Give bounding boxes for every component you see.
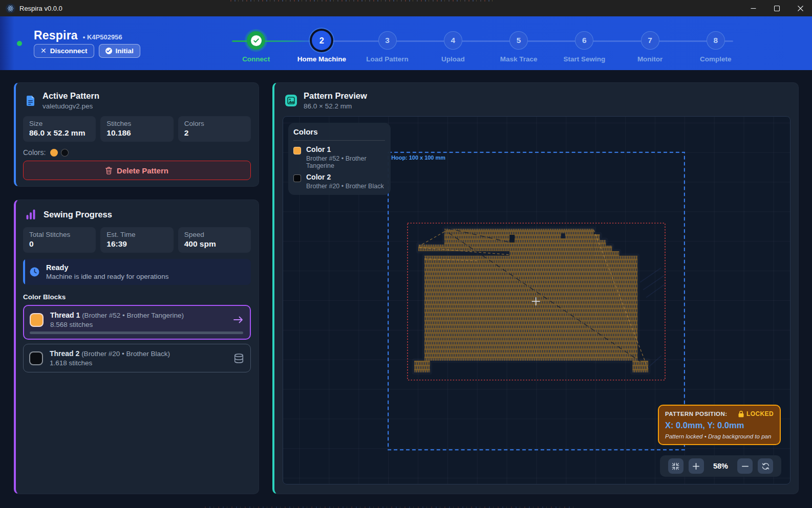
thread-1-name: Thread 1	[50, 311, 80, 319]
thread-2-block[interactable]: Thread 2 (Brother #20 • Brother Black) 1…	[23, 344, 251, 372]
step-circle: 4	[444, 31, 462, 50]
thread-1-progress-bar	[30, 332, 243, 334]
check-circle-icon	[105, 48, 112, 54]
arrow-right-icon	[233, 316, 243, 323]
stat-stitches: Stitches 10.186	[100, 116, 173, 142]
sewing-progress-title: Sewing Progress	[44, 210, 112, 219]
initial-button-label: Initial	[116, 47, 134, 55]
machine-status-description: Machine is idle and ready for operations	[46, 273, 168, 280]
legend-divider	[293, 140, 385, 141]
legend-entry-color-1: Color 1 Brother #52 • Brother Tangerine	[293, 146, 385, 169]
zoom-in-button[interactable]	[689, 458, 704, 474]
app-header: Respira • K4P502956 ✕ Disconnect Initial	[0, 16, 812, 70]
minus-icon	[742, 463, 749, 470]
initial-button[interactable]: Initial	[99, 44, 140, 58]
step-circle: 7	[641, 31, 659, 50]
stat-size: Size 86.0 x 52.2 mm	[23, 116, 96, 142]
image-icon	[285, 95, 297, 106]
machine-serial: • K4P502956	[83, 33, 122, 41]
step-label: Upload	[441, 55, 465, 63]
step-circle: 2	[312, 31, 331, 50]
disconnect-button[interactable]: ✕ Disconnect	[34, 44, 94, 58]
step-mask-trace[interactable]: 5 Mask Trace	[486, 16, 551, 63]
pattern-preview-title: Pattern Preview	[304, 91, 367, 101]
pattern-canvas[interactable]: Hoop: 100 x 100 mm Colors Color 1 Brothe…	[283, 116, 790, 484]
step-label: Monitor	[637, 55, 663, 63]
close-icon	[798, 6, 803, 11]
stat-colors: Colors 2	[178, 116, 251, 142]
close-button[interactable]	[788, 0, 812, 16]
titlebar: Respira v0.0.0	[0, 0, 812, 16]
step-circle: 8	[707, 31, 725, 50]
step-label: Connect	[242, 55, 270, 63]
background-app-sliver-top	[230, 0, 494, 2]
step-complete[interactable]: 8 Complete	[683, 16, 749, 63]
pattern-coordinates: X: 0.0mm, Y: 0.0mm	[665, 421, 774, 430]
thread-1-detail: (Brother #52 • Brother Tangerine)	[82, 312, 184, 319]
zoom-level: 58%	[713, 462, 728, 470]
maximize-button[interactable]	[765, 0, 788, 16]
legend-title: Colors	[293, 128, 385, 136]
active-pattern-card: Active Pattern valetudogv2.pes Size 86.0…	[14, 82, 259, 187]
step-circle: 6	[575, 31, 593, 50]
stepper: Connect 2 Home Machine 3 Load Pattern 4 …	[223, 16, 749, 70]
color-swatch-black	[61, 149, 69, 157]
legend-swatch-black	[293, 174, 301, 182]
step-connect[interactable]: Connect	[223, 16, 289, 63]
step-start-sewing[interactable]: 6 Start Sewing	[551, 16, 617, 63]
sewing-progress-card: Sewing Progress Total Stitches 0 Est. Ti…	[14, 200, 259, 494]
chart-bars-icon	[26, 209, 36, 220]
colors-legend: Colors Color 1 Brother #52 • Brother Tan…	[288, 123, 391, 195]
stat-total-stitches: Total Stitches 0	[23, 227, 96, 253]
fit-screen-button[interactable]	[668, 458, 683, 474]
delete-pattern-button[interactable]: Delete Pattern	[23, 161, 251, 180]
pattern-position-label: PATTERN POSITION:	[665, 411, 727, 417]
minimize-button[interactable]	[741, 0, 765, 16]
machine-status-banner: Ready Machine is idle and ready for oper…	[23, 259, 251, 285]
maximize-icon	[774, 6, 780, 11]
zoom-toolbar: 58%	[660, 455, 781, 477]
connection-status-dot	[17, 41, 22, 46]
step-label: Home Machine	[297, 55, 346, 63]
thread-2-swatch	[29, 351, 43, 365]
step-label: Start Sewing	[563, 55, 605, 63]
lock-icon	[738, 411, 744, 417]
thread-1-block[interactable]: Thread 1 (Brother #52 • Brother Tangerin…	[23, 305, 251, 340]
delete-pattern-label: Delete Pattern	[117, 166, 168, 175]
thread-2-detail: (Brother #20 • Brother Black)	[81, 350, 170, 358]
pattern-dimensions: 86.0 × 52.2 mm	[304, 102, 367, 110]
app-icon	[6, 4, 15, 13]
machine-status-title: Ready	[46, 263, 168, 272]
color-swatch-orange	[50, 149, 58, 157]
step-connect-circle	[247, 31, 265, 50]
pattern-preview-card: Pattern Preview 86.0 × 52.2 mm	[272, 82, 799, 494]
colors-label: Colors:	[23, 148, 46, 157]
hoop-label: Hoop: 100 x 100 mm	[391, 154, 445, 161]
step-circle: 5	[509, 31, 528, 50]
step-monitor[interactable]: 7 Monitor	[617, 16, 683, 63]
x-icon: ✕	[40, 47, 47, 54]
step-label: Complete	[700, 55, 732, 63]
database-icon	[234, 354, 244, 363]
pattern-position-overlay: PATTERN POSITION: LOCKED X: 0.0mm, Y: 0.…	[658, 405, 781, 445]
fit-screen-icon	[672, 462, 679, 470]
thread-2-stitches: 1.618 stitches	[50, 359, 170, 367]
step-upload[interactable]: 4 Upload	[420, 16, 486, 63]
pattern-filename: valetudogv2.pes	[42, 102, 99, 110]
color-blocks-label: Color Blocks	[23, 293, 251, 301]
step-home-machine[interactable]: 2 Home Machine	[289, 16, 354, 63]
step-load-pattern[interactable]: 3 Load Pattern	[355, 16, 420, 63]
stat-est-time: Est. Time 16:39	[100, 227, 173, 253]
document-icon	[26, 95, 35, 106]
step-label: Load Pattern	[366, 55, 409, 63]
thread-1-swatch	[30, 313, 44, 327]
step-circle: 3	[378, 31, 397, 50]
disconnect-button-label: Disconnect	[50, 47, 88, 55]
minimize-icon	[751, 6, 756, 11]
brand-title: Respira	[34, 29, 78, 42]
thread-1-stitches: 8.568 stitches	[50, 321, 184, 328]
step-label: Mask Trace	[500, 55, 538, 63]
check-icon	[251, 35, 262, 46]
reset-view-button[interactable]	[758, 458, 773, 474]
zoom-out-button[interactable]	[737, 458, 753, 474]
